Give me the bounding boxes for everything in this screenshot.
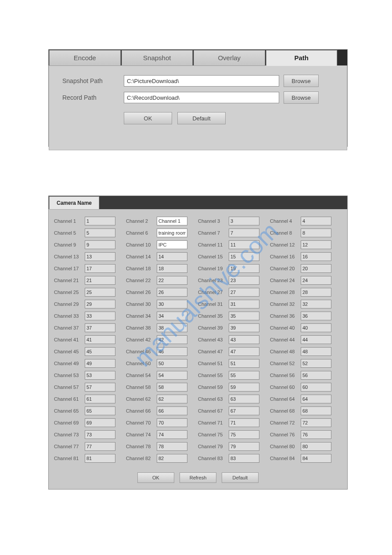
channel-input[interactable] — [157, 264, 187, 273]
channel-input[interactable] — [229, 454, 259, 463]
channel-input[interactable] — [229, 252, 259, 261]
channel-input[interactable] — [229, 229, 259, 237]
channel-input[interactable] — [157, 418, 187, 427]
channel-input[interactable] — [157, 288, 187, 297]
channel-input[interactable] — [229, 395, 259, 403]
channel-input[interactable] — [85, 323, 115, 332]
channel-input[interactable] — [157, 395, 187, 403]
channel-input[interactable] — [157, 371, 187, 380]
tab-path[interactable]: Path — [266, 50, 338, 66]
channel-input[interactable] — [85, 383, 115, 392]
channel-input[interactable] — [229, 312, 259, 320]
channel-input[interactable] — [301, 442, 331, 451]
channel-input[interactable] — [157, 454, 187, 463]
channel-input[interactable] — [229, 418, 259, 427]
channel-input[interactable] — [301, 323, 331, 332]
tab-camera-name[interactable]: Camera Name — [49, 196, 99, 210]
channel-input[interactable] — [301, 229, 331, 237]
channel-input[interactable] — [301, 383, 331, 392]
channel-input[interactable] — [85, 240, 115, 249]
channel-input[interactable] — [157, 442, 187, 451]
channel-input[interactable] — [157, 312, 187, 320]
channel-input[interactable] — [229, 300, 259, 308]
channel-input[interactable] — [85, 252, 115, 261]
channel-input[interactable] — [301, 276, 331, 285]
channel-input[interactable] — [301, 264, 331, 273]
channel-input[interactable] — [85, 335, 115, 344]
channel-input[interactable] — [85, 347, 115, 356]
channel-input[interactable] — [229, 359, 259, 368]
channel-input[interactable] — [85, 418, 115, 427]
snapshot-browse-button[interactable]: Browse — [284, 75, 319, 87]
channel-input[interactable] — [85, 430, 115, 439]
channel-input[interactable] — [157, 359, 187, 368]
record-path-input[interactable] — [124, 92, 279, 103]
channel-input[interactable] — [229, 430, 259, 439]
channel-input[interactable] — [229, 264, 259, 273]
channel-label: Channel 43 — [198, 337, 229, 342]
channel-input[interactable] — [229, 371, 259, 380]
camera-ok-button[interactable]: OK — [137, 472, 174, 483]
channel-input[interactable] — [157, 276, 187, 285]
channel-input[interactable] — [157, 252, 187, 261]
channel-input[interactable] — [301, 335, 331, 344]
channel-input[interactable] — [301, 300, 331, 308]
channel-input[interactable] — [85, 371, 115, 380]
channel-input[interactable] — [301, 418, 331, 427]
channel-input[interactable] — [301, 454, 331, 463]
tab-snapshot[interactable]: Snapshot — [122, 50, 193, 66]
camera-refresh-button[interactable]: Refresh — [180, 472, 216, 483]
channel-input[interactable] — [85, 300, 115, 308]
channel-input[interactable] — [85, 264, 115, 273]
channel-input[interactable] — [301, 406, 331, 415]
channel-input[interactable] — [229, 335, 259, 344]
channel-input[interactable] — [229, 323, 259, 332]
channel-input[interactable] — [301, 371, 331, 380]
channel-input[interactable] — [157, 406, 187, 415]
channel-input[interactable] — [301, 395, 331, 403]
tab-overlay[interactable]: Overlay — [194, 50, 265, 66]
record-browse-button[interactable]: Browse — [284, 91, 319, 104]
channel-input[interactable] — [229, 406, 259, 415]
channel-input[interactable] — [157, 323, 187, 332]
channel-input[interactable] — [229, 276, 259, 285]
channel-input[interactable] — [229, 288, 259, 297]
channel-input[interactable] — [157, 217, 187, 225]
channel-input[interactable] — [85, 395, 115, 403]
channel-input[interactable] — [229, 383, 259, 392]
ok-button[interactable]: OK — [124, 112, 172, 124]
channel-input[interactable] — [157, 300, 187, 308]
channel-input[interactable] — [301, 347, 331, 356]
channel-input[interactable] — [301, 252, 331, 261]
channel-input[interactable] — [229, 347, 259, 356]
channel-input[interactable] — [85, 288, 115, 297]
channel-input[interactable] — [229, 442, 259, 451]
channel-input[interactable] — [85, 217, 115, 225]
channel-input[interactable] — [301, 430, 331, 439]
channel-input[interactable] — [85, 359, 115, 368]
tab-encode[interactable]: Encode — [49, 50, 121, 66]
channel-input[interactable] — [157, 383, 187, 392]
channel-input[interactable] — [85, 442, 115, 451]
channel-input[interactable] — [157, 430, 187, 439]
channel-input[interactable] — [157, 335, 187, 344]
channel-input[interactable] — [301, 359, 331, 368]
channel-input[interactable] — [229, 217, 259, 225]
channel-input[interactable] — [301, 288, 331, 297]
channel-input[interactable] — [85, 229, 115, 237]
channel-input[interactable] — [229, 240, 259, 249]
channel-input[interactable] — [301, 312, 331, 320]
channel-input[interactable] — [85, 406, 115, 415]
camera-default-button[interactable]: Default — [222, 472, 259, 483]
channel-input[interactable] — [301, 240, 331, 249]
channel-row: Channel 5Channel 6Channel 7Channel 8 — [54, 227, 342, 238]
channel-input[interactable] — [157, 229, 187, 237]
channel-input[interactable] — [157, 347, 187, 356]
snapshot-path-input[interactable] — [124, 75, 279, 87]
channel-input[interactable] — [301, 217, 331, 225]
default-button[interactable]: Default — [177, 112, 226, 124]
channel-input[interactable] — [85, 276, 115, 285]
channel-input[interactable] — [157, 240, 187, 249]
channel-input[interactable] — [85, 454, 115, 463]
channel-input[interactable] — [85, 312, 115, 320]
